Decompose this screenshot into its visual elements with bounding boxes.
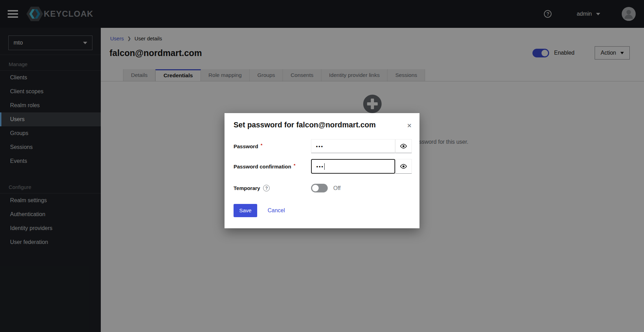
set-password-modal: Set password for falcon@nordmart.com ✕ P…: [225, 113, 419, 228]
save-button[interactable]: Save: [234, 204, 257, 217]
password-confirmation-input[interactable]: •••: [311, 159, 395, 174]
password-label: Password: [234, 143, 258, 149]
eye-icon: [400, 143, 407, 150]
show-password-confirmation-button[interactable]: [395, 159, 412, 174]
eye-icon: [400, 163, 407, 170]
password-input[interactable]: •••: [311, 139, 395, 153]
temporary-toggle-state: Off: [333, 185, 341, 191]
text-cursor: [324, 163, 325, 170]
password-value: •••: [316, 143, 324, 149]
close-icon[interactable]: ✕: [407, 122, 412, 129]
password-confirmation-value: •••: [316, 164, 324, 169]
help-circle-icon[interactable]: ?: [263, 185, 270, 191]
password-confirmation-label: Password confirmation: [234, 164, 291, 169]
modal-title: Set password for falcon@nordmart.com: [234, 121, 410, 129]
cancel-button[interactable]: Cancel: [268, 207, 285, 214]
show-password-button[interactable]: [395, 139, 412, 153]
temporary-label: Temporary: [234, 185, 260, 191]
required-asterisk: *: [261, 143, 262, 148]
required-asterisk: *: [294, 163, 295, 168]
temporary-toggle[interactable]: [311, 184, 328, 192]
